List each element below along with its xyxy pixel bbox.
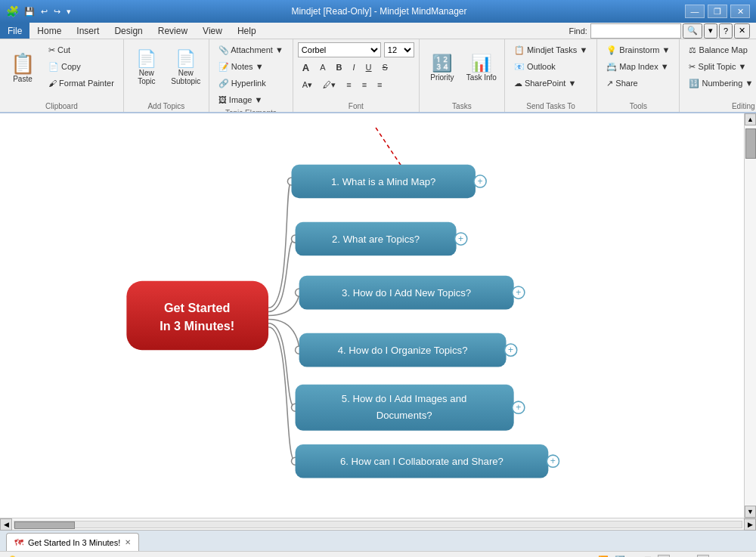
undo-qa-btn[interactable]: ↩ [39, 5, 50, 18]
priority-button[interactable]: 🔢 Priority [424, 42, 460, 94]
app-icon: 🧩 [6, 5, 19, 17]
canvas[interactable]: Get Started In 3 Minutes! 1. What is a M… [0, 113, 744, 518]
find-input[interactable] [590, 23, 681, 39]
ribbon-group-font: Corbel 12 A A B I U S A▾ 🖊▾ ≡ ≡ ≡ Font [293, 39, 420, 112]
clipboard-label: Clipboard [5, 101, 119, 110]
vertical-scrollbar: ▲ ▼ [744, 113, 756, 518]
minimize-btn[interactable]: — [685, 5, 705, 18]
zoom-plus-btn[interactable]: + [697, 555, 709, 558]
split-topic-btn[interactable]: ✂ Split Topic ▼ [684, 59, 756, 74]
font-shrink-btn[interactable]: A [315, 60, 330, 75]
new-subtopic-button[interactable]: 📄 NewSubtopic [168, 42, 204, 94]
brainstorm-btn[interactable]: 💡 Brainstorm ▼ [602, 42, 674, 57]
hyperlink-btn[interactable]: 🔗 Hyperlink [214, 76, 288, 91]
menu-review[interactable]: Review [150, 23, 195, 39]
tab-bar: 🗺 Get Started In 3 Minutes! ✕ [0, 530, 756, 551]
menu-insert[interactable]: Insert [69, 23, 107, 39]
scroll-right-btn[interactable]: ▶ [744, 518, 756, 531]
new-topic-button[interactable]: 📄 NewTopic [129, 42, 165, 94]
font-size-select[interactable]: 12 [384, 42, 414, 57]
italic-btn[interactable]: I [349, 60, 360, 75]
send-tasks-label: Send Tasks To [510, 101, 592, 110]
align-center-btn[interactable]: ≡ [358, 77, 371, 92]
expand-icon-1: + [477, 176, 482, 187]
send-tasks-content: 📋 Mindjet Tasks ▼ 📧 Outlook ☁ SharePoint… [510, 42, 592, 101]
find-search-btn[interactable]: 🔍 [683, 23, 702, 39]
send-tasks-col: 📋 Mindjet Tasks ▼ 📧 Outlook ☁ SharePoint… [510, 42, 592, 91]
tab-label: Get Started In 3 Minutes! [28, 538, 120, 547]
zoom-minus-btn[interactable]: − [658, 555, 670, 558]
expand-icon-2: + [458, 234, 463, 244]
save-qa-btn[interactable]: 💾 [22, 5, 37, 18]
clipboard-actions: ✂ Cut 📄 Copy 🖌 Format Painter [44, 42, 119, 91]
menu-help[interactable]: Help [230, 23, 264, 39]
document-tab[interactable]: 🗺 Get Started In 3 Minutes! ✕ [6, 533, 139, 551]
menu-design[interactable]: Design [107, 23, 150, 39]
cut-btn[interactable]: ✂ Cut [44, 42, 119, 57]
font-content: Corbel 12 A A B I U S A▾ 🖊▾ ≡ ≡ ≡ [298, 42, 414, 101]
main-area: Get Started In 3 Minutes! 1. What is a M… [0, 113, 756, 518]
copy-btn[interactable]: 📄 Copy [44, 59, 119, 74]
editing-col1: ⚖ Balance Map ✂ Split Topic ▼ 🔢 Numberin… [684, 42, 756, 91]
outlook-btn[interactable]: 📧 Outlook [510, 59, 592, 74]
ribbon-group-clipboard: 📋 Paste ✂ Cut 📄 Copy 🖌 Format Painter Cl… [0, 39, 124, 112]
topic-elements-content: 📎 Attachment ▼ 📝 Notes ▼ 🔗 Hyperlink 🖼 I… [214, 42, 288, 107]
mindjet-tasks-btn[interactable]: 📋 Mindjet Tasks ▼ [510, 42, 592, 57]
font-label: Font [298, 101, 414, 110]
menu-home[interactable]: Home [29, 23, 69, 39]
quick-access-toolbar: 💾 ↩ ↪ ▾ [22, 5, 73, 18]
task-info-label: Task Info [466, 73, 497, 82]
sharepoint-btn[interactable]: ☁ SharePoint ▼ [510, 76, 592, 91]
attachment-btn[interactable]: 📎 Attachment ▼ [214, 42, 288, 57]
root-node-bg[interactable] [126, 281, 268, 350]
notes-btn[interactable]: 📝 Notes ▼ [214, 59, 288, 74]
branch-text-5-line2: Documents? [376, 410, 432, 421]
strikethrough-btn[interactable]: S [378, 60, 392, 75]
priority-icon: 🔢 [432, 55, 452, 72]
fill-color-btn[interactable]: 🖊▾ [318, 77, 340, 92]
underline-btn[interactable]: U [361, 60, 376, 75]
scroll-thumb-h[interactable] [14, 521, 75, 529]
close-btn[interactable]: ✕ [730, 5, 750, 18]
new-topic-label: NewTopic [138, 69, 155, 85]
font-grow-btn[interactable]: A [298, 60, 314, 75]
tools-content: 💡 Brainstorm ▼ 📇 Map Index ▼ ↗ Share [602, 42, 674, 101]
scroll-down-btn[interactable]: ▼ [745, 506, 756, 518]
scroll-left-btn[interactable]: ◀ [0, 518, 12, 531]
maximize-btn[interactable]: ❐ [708, 5, 727, 18]
branch-node-5-bg[interactable] [296, 385, 514, 431]
tab-close-btn[interactable]: ✕ [125, 538, 131, 546]
scroll-thumb-v[interactable] [745, 128, 756, 159]
share-btn[interactable]: ↗ Share [602, 76, 674, 91]
font-name-select[interactable]: Corbel [298, 42, 381, 57]
menu-view[interactable]: View [195, 23, 230, 39]
image-btn[interactable]: 🖼 Image ▼ [214, 92, 288, 107]
connector-2 [268, 239, 296, 311]
expand-icon-6: + [550, 456, 556, 466]
balance-map-btn[interactable]: ⚖ Balance Map [684, 42, 756, 57]
format-painter-btn[interactable]: 🖌 Format Painter [44, 76, 119, 91]
font-color-btn[interactable]: A▾ [298, 77, 317, 92]
find-options-btn[interactable]: ▾ [704, 23, 717, 39]
more-qa-btn[interactable]: ▾ [64, 5, 73, 18]
redo-qa-btn[interactable]: ↪ [51, 5, 63, 18]
task-info-button[interactable]: 📊 Task Info [463, 42, 500, 94]
bold-btn[interactable]: B [332, 60, 347, 75]
branch-text-1: 1. What is a Mind Map? [331, 176, 435, 187]
find-help-btn[interactable]: ? [719, 23, 733, 39]
priority-label: Priority [430, 73, 454, 82]
connector-3 [268, 292, 299, 315]
align-right-btn[interactable]: ≡ [373, 77, 386, 92]
numbering-btn[interactable]: 🔢 Numbering ▼ [684, 76, 756, 91]
window-title: Mindjet [Read-Only] - Mindjet MindManage… [73, 6, 685, 17]
scroll-up-btn[interactable]: ▲ [745, 113, 756, 125]
menu-file[interactable]: File [0, 23, 29, 39]
ribbon-group-tools: 💡 Brainstorm ▼ 📇 Map Index ▼ ↗ Share Too… [597, 39, 680, 112]
expand-icon-5: + [516, 402, 521, 413]
find-close-btn[interactable]: ✕ [734, 23, 750, 39]
map-index-btn[interactable]: 📇 Map Index ▼ [602, 59, 674, 74]
align-left-btn[interactable]: ≡ [342, 77, 355, 92]
branch-text-4: 4. How do I Organize Topics? [338, 345, 468, 356]
paste-button[interactable]: 📋 Paste [5, 42, 41, 94]
menu-bar: File Home Insert Design Review View Help… [0, 23, 756, 39]
